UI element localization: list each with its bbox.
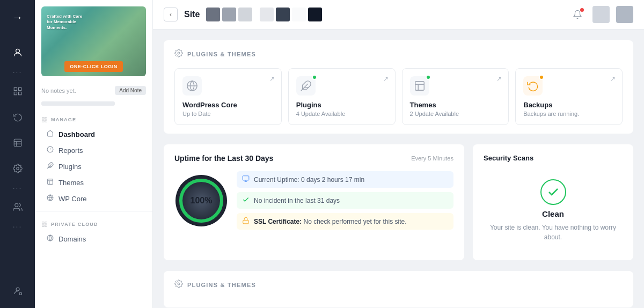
swatch-6[interactable] xyxy=(292,8,306,21)
plugins-card[interactable]: ↗ Plugins 4 Update Available xyxy=(288,68,396,125)
plugins-themes-title: PLUGINS & THEMES xyxy=(187,51,256,57)
notes-bar: No notes yet. Add Note xyxy=(35,83,152,98)
security-panel: Security Scans Clean Your site is clean.… xyxy=(473,144,633,260)
monitor-icon xyxy=(242,175,250,184)
one-click-login-button[interactable]: ONE-CLICK LOGIN xyxy=(64,61,123,72)
swatch-1[interactable] xyxy=(206,8,220,21)
domains-icon xyxy=(46,234,54,243)
card-arrow-backups: ↗ xyxy=(610,75,616,83)
site-title: Site xyxy=(184,10,200,19)
user-avatar[interactable] xyxy=(592,6,610,23)
security-description: Your site is clean. You have nothing to … xyxy=(484,223,623,242)
dots-icon2: ··· xyxy=(13,184,23,192)
backups-card-title: Backups xyxy=(523,101,614,109)
card-arrow-plugins: ↗ xyxy=(383,75,389,83)
topbar: ‹ Site xyxy=(153,0,644,30)
security-body: Clean Your site is clean. You have nothi… xyxy=(484,171,623,251)
wpcore-card-icon-wrap xyxy=(182,76,202,96)
security-check-icon xyxy=(540,179,566,205)
uptime-row-current: Current Uptime: 0 days 2 hours 17 min xyxy=(237,171,453,188)
svg-point-9 xyxy=(16,167,19,170)
user-circle-icon[interactable] xyxy=(7,42,28,63)
preview-bar xyxy=(35,98,152,111)
backups-card-icon-wrap xyxy=(523,76,543,96)
sidebar-item-domains[interactable]: Domains xyxy=(38,231,149,247)
wide-sidebar: Crafted with Care for Memorable Moments.… xyxy=(35,0,153,308)
sidebar-item-dashboard[interactable]: Dashboard xyxy=(38,126,149,142)
svg-rect-14 xyxy=(42,118,45,120)
user-settings-icon2[interactable] xyxy=(7,280,28,302)
user-avatar2[interactable] xyxy=(616,6,633,23)
svg-rect-26 xyxy=(42,222,45,224)
svg-point-10 xyxy=(14,203,18,207)
sidebar-item-reports[interactable]: Reports xyxy=(38,142,149,158)
svg-rect-44 xyxy=(243,220,249,223)
uptime-body: 100% Current Uptime: 0 days 2 hours 17 m… xyxy=(174,171,453,230)
swatch-3[interactable] xyxy=(238,8,252,21)
wpcore-card-sub: Up to Date xyxy=(182,111,274,117)
svg-point-11 xyxy=(16,288,19,291)
backups-status-dot xyxy=(539,75,544,80)
uptime-percentage: 100% xyxy=(191,196,213,206)
swatch-7[interactable] xyxy=(308,8,322,21)
users-icon[interactable] xyxy=(7,196,28,218)
card-arrow-wpcore: ↗ xyxy=(269,75,275,83)
wordpress-core-card[interactable]: ↗ WordPress Core Up to Date xyxy=(174,68,282,125)
section-divider xyxy=(35,211,152,211)
svg-rect-17 xyxy=(45,120,47,122)
svg-rect-27 xyxy=(45,222,47,224)
sidebar-item-plugins[interactable]: Plugins xyxy=(38,158,149,174)
site-preview-image: Crafted with Care for Memorable Moments.… xyxy=(41,6,146,76)
add-note-button[interactable]: Add Note xyxy=(115,86,146,95)
svg-point-0 xyxy=(16,49,19,53)
dashboard-icon xyxy=(46,130,54,138)
collapse-icon[interactable]: → xyxy=(7,6,28,28)
plugins-themes-header: PLUGINS & THEMES xyxy=(174,49,623,60)
wpcore-card-icon xyxy=(182,76,202,96)
svg-point-45 xyxy=(178,283,180,285)
table-icon[interactable] xyxy=(7,132,28,153)
swatch-2[interactable] xyxy=(222,8,236,21)
plugins-card-title: Plugins xyxy=(296,101,387,109)
themes-card[interactable]: ↗ Themes 2 Update Available xyxy=(402,68,509,125)
bottom-row: Uptime for the Last 30 Days Every 5 Minu… xyxy=(164,144,633,260)
settings-icon[interactable] xyxy=(7,158,28,179)
themes-card-icon-wrap xyxy=(410,76,429,96)
uptime-frequency: Every 5 Minutes xyxy=(411,155,453,162)
svg-point-12 xyxy=(19,292,22,295)
uptime-header: Uptime for the Last 30 Days Every 5 Minu… xyxy=(174,154,453,163)
sidebar-item-wpcore[interactable]: WP Core xyxy=(38,190,149,207)
check-icon xyxy=(242,196,250,205)
wpcore-icon xyxy=(46,194,54,203)
sidebar-item-themes[interactable]: Themes xyxy=(38,174,149,190)
cards-row: ↗ WordPress Core Up to Date ↗ xyxy=(174,68,623,125)
bell-button[interactable] xyxy=(569,6,586,23)
svg-rect-2 xyxy=(18,87,21,90)
grid-icon[interactable] xyxy=(7,80,28,102)
main-content: ‹ Site PLUGINS & THEM xyxy=(153,0,644,308)
svg-rect-3 xyxy=(14,92,17,95)
wpcore-card-title: WordPress Core xyxy=(182,101,274,109)
svg-rect-15 xyxy=(45,118,47,120)
uptime-circle: 100% xyxy=(174,174,228,228)
uptime-details: Current Uptime: 0 days 2 hours 17 min No… xyxy=(237,171,453,230)
security-title: Security Scans xyxy=(484,154,623,162)
swatch-5[interactable] xyxy=(276,8,290,21)
swatch-4[interactable] xyxy=(260,8,274,21)
plugins-bottom-header: PLUGINS & THEMES xyxy=(174,280,623,290)
uptime-row-incident: No incident in the last 31 days xyxy=(237,192,453,209)
refresh-icon[interactable] xyxy=(7,106,28,128)
svg-rect-28 xyxy=(42,225,45,227)
lock-icon xyxy=(242,217,250,226)
card-arrow-themes: ↗ xyxy=(496,75,502,83)
private-cloud-section-label: PRIVATE CLOUD xyxy=(35,216,152,231)
plugins-icon xyxy=(46,162,54,171)
svg-rect-4 xyxy=(18,92,21,95)
backups-card[interactable]: ↗ Backups Backups are running. xyxy=(515,68,623,125)
narrow-sidebar: → ··· ··· ··· xyxy=(0,0,35,308)
back-button[interactable]: ‹ xyxy=(164,8,178,21)
current-uptime-text: Current Uptime: 0 days 2 hours 17 min xyxy=(254,176,364,184)
notification-dot xyxy=(580,8,584,12)
svg-point-32 xyxy=(178,52,180,54)
plugins-card-sub: 4 Update Available xyxy=(296,111,387,117)
